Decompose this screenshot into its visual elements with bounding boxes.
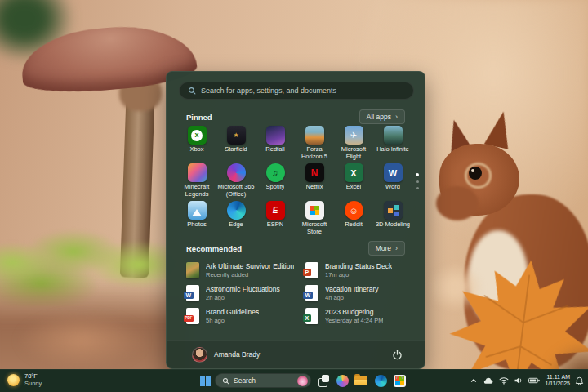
squirrel-eye-ring bbox=[465, 163, 492, 189]
netflix-icon: N bbox=[305, 163, 324, 182]
pinned-app-flight-simulator[interactable]: ✈Microsoft Flight Simulator bbox=[334, 126, 373, 163]
start-search-box[interactable] bbox=[179, 82, 414, 100]
spotify-icon: ♫ bbox=[266, 163, 285, 182]
pinned-app-halo-infinite[interactable]: Halo Infinite bbox=[373, 126, 412, 163]
weather-widget[interactable]: 78°F Sunny bbox=[7, 372, 42, 387]
pinned-page-indicator[interactable] bbox=[416, 173, 419, 189]
copilot-icon bbox=[336, 375, 349, 387]
microsoft-store-icon bbox=[305, 201, 324, 220]
squirrel-ear-right bbox=[484, 109, 515, 149]
squirrel-muzzle bbox=[436, 186, 479, 220]
moss-glow bbox=[16, 312, 147, 369]
edge-button[interactable] bbox=[372, 372, 389, 389]
pinned-apps-grid: xXbox ★Starfield Redfall Forza Horizon 5… bbox=[177, 126, 412, 238]
volume-button[interactable] bbox=[514, 376, 523, 385]
recommended-grid: Ark Ultimate Survivor EditionRecently ad… bbox=[177, 259, 416, 327]
start-menu: Pinned All apps › xXbox ★Starfield Redfa… bbox=[166, 71, 425, 369]
user-avatar[interactable] bbox=[192, 347, 207, 363]
recommended-label: Recommended bbox=[186, 244, 242, 253]
squirrel-ear-left bbox=[442, 117, 474, 158]
page-dot[interactable] bbox=[416, 180, 419, 183]
search-icon bbox=[222, 377, 229, 385]
recommended-item-brand-guidelines[interactable]: PDF Brand Guidelines5h ago bbox=[177, 305, 296, 327]
clock-date: 1/11/2025 bbox=[545, 381, 570, 388]
page-dot[interactable] bbox=[416, 187, 419, 189]
recommended-item-budgeting[interactable]: X 2023 BudgetingYesterday at 4:24 PM bbox=[296, 305, 416, 327]
word-doc-icon: W bbox=[186, 285, 199, 301]
search-highlight-image[interactable] bbox=[297, 376, 308, 386]
pinned-app-microsoft-365[interactable]: Microsoft 365 (Office) bbox=[216, 163, 256, 201]
copilot-button[interactable] bbox=[334, 372, 350, 389]
photos-icon bbox=[188, 201, 207, 220]
recommended-item-ark[interactable]: Ark Ultimate Survivor EditionRecently ad… bbox=[177, 259, 296, 282]
recommended-item-vacation[interactable]: W Vacation Itinerary4h ago bbox=[296, 282, 416, 305]
taskbar-search[interactable]: Search bbox=[215, 373, 311, 388]
forza-horizon-icon bbox=[305, 126, 324, 145]
pdf-icon: PDF bbox=[186, 308, 199, 324]
pinned-app-redfall[interactable]: Redfall bbox=[256, 126, 295, 163]
espn-icon: E bbox=[266, 201, 285, 220]
pinned-app-espn[interactable]: EESPN bbox=[256, 201, 295, 238]
edge-icon bbox=[227, 201, 246, 220]
store-button[interactable] bbox=[391, 372, 408, 389]
task-view-button[interactable] bbox=[315, 372, 332, 389]
excel-doc-icon: X bbox=[305, 308, 318, 324]
tray-chevron-button[interactable] bbox=[470, 376, 478, 385]
wifi-icon bbox=[499, 376, 509, 385]
pale-leaf bbox=[426, 263, 483, 312]
all-apps-button[interactable]: All apps › bbox=[359, 109, 405, 124]
start-button[interactable] bbox=[197, 372, 213, 389]
mushroom-neck bbox=[119, 75, 162, 111]
moss bbox=[0, 225, 184, 307]
bell-icon bbox=[575, 376, 584, 385]
more-button[interactable]: More › bbox=[368, 241, 405, 256]
redfall-icon bbox=[266, 126, 285, 145]
pinned-app-minecraft-legends[interactable]: Minecraft Legends bbox=[177, 163, 216, 201]
start-menu-footer: Amanda Brady bbox=[167, 340, 425, 368]
mushroom-stem bbox=[120, 79, 155, 278]
weather-temperature: 78°F bbox=[24, 372, 42, 380]
flight-simulator-icon: ✈ bbox=[345, 126, 363, 145]
xbox-icon: x bbox=[188, 126, 207, 145]
microsoft-365-icon bbox=[227, 163, 246, 182]
pinned-app-starfield[interactable]: ★Starfield bbox=[216, 126, 256, 163]
halo-infinite-icon bbox=[384, 126, 403, 145]
word-icon: W bbox=[384, 163, 403, 182]
pinned-app-3d-modeling[interactable]: 3D Modeling bbox=[373, 201, 412, 238]
pinned-app-spotify[interactable]: ♫Spotify bbox=[256, 163, 295, 201]
user-name[interactable]: Amanda Brady bbox=[214, 350, 387, 359]
microsoft-store-icon bbox=[394, 375, 406, 387]
squirrel-head bbox=[439, 144, 519, 216]
power-button[interactable] bbox=[387, 345, 407, 364]
pinned-app-microsoft-store[interactable]: Microsoft Store bbox=[295, 201, 334, 238]
onedrive-button[interactable] bbox=[483, 376, 494, 385]
power-icon bbox=[392, 350, 403, 360]
chevron-right-icon: › bbox=[395, 245, 398, 252]
pinned-app-excel[interactable]: XExcel bbox=[334, 163, 373, 201]
file-explorer-button[interactable] bbox=[353, 372, 369, 389]
pinned-app-reddit[interactable]: ☺Reddit bbox=[334, 201, 373, 238]
pinned-app-word[interactable]: WWord bbox=[373, 163, 412, 201]
search-input[interactable] bbox=[201, 87, 405, 95]
pinned-app-forza-horizon-5[interactable]: Forza Horizon 5 bbox=[295, 126, 334, 163]
pinned-app-edge[interactable]: Edge bbox=[216, 201, 256, 238]
network-button[interactable] bbox=[499, 376, 509, 385]
page-dot-active[interactable] bbox=[416, 173, 419, 176]
cloud-icon bbox=[483, 376, 494, 385]
battery-button[interactable] bbox=[528, 377, 540, 384]
pinned-app-netflix[interactable]: NNetflix bbox=[295, 163, 334, 201]
taskbar-clock[interactable]: 11:11 AM 1/11/2025 bbox=[545, 374, 570, 388]
system-tray: 11:11 AM 1/11/2025 bbox=[470, 369, 584, 392]
recommended-item-branding-deck[interactable]: P Branding Status Deck17m ago bbox=[296, 259, 416, 282]
pinned-app-xbox[interactable]: xXbox bbox=[177, 126, 216, 163]
clock-time: 11:11 AM bbox=[546, 374, 570, 381]
pinned-app-photos[interactable]: Photos bbox=[177, 201, 216, 238]
chevron-up-icon bbox=[470, 376, 478, 385]
squirrel-eye bbox=[469, 167, 482, 180]
notification-button[interactable] bbox=[575, 376, 584, 385]
3d-modeling-icon bbox=[384, 201, 403, 220]
recommended-item-astronomic[interactable]: W Astronomic Fluctuations2h ago bbox=[177, 282, 296, 305]
search-icon bbox=[188, 87, 196, 95]
taskbar-search-label: Search bbox=[234, 376, 293, 385]
weather-condition: Sunny bbox=[24, 380, 42, 387]
